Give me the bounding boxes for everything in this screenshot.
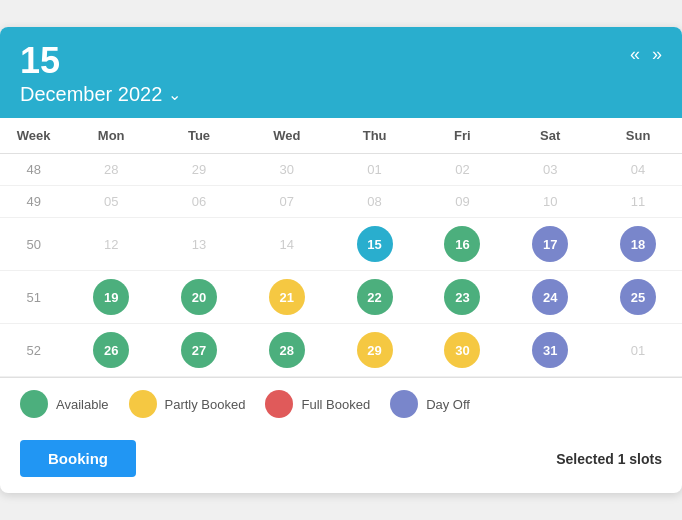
col-mon: Mon [67,118,155,154]
day-circle-green[interactable]: 28 [269,332,305,368]
calendar-day-cell: 01 [331,154,419,186]
col-week: Week [0,118,67,154]
calendar-day-cell[interactable]: 28 [243,324,331,377]
calendar-day-cell[interactable]: 30 [419,324,507,377]
col-sun: Sun [594,118,682,154]
calendar-day-cell[interactable]: 16 [419,218,507,271]
day-circle-green[interactable]: 20 [181,279,217,315]
legend-day-off: Day Off [390,390,470,418]
col-tue: Tue [155,118,243,154]
calendar-day-cell[interactable]: 24 [506,271,594,324]
calendar-day-cell[interactable]: 21 [243,271,331,324]
calendar-day-cell: 13 [155,218,243,271]
calendar-day-cell: 06 [155,186,243,218]
booking-button[interactable]: Booking [20,440,136,477]
calendar-day-cell: 14 [243,218,331,271]
calendar-day-cell: 04 [594,154,682,186]
footer-actions: Booking Selected 1 slots [0,430,682,493]
calendar-day-cell: 05 [67,186,155,218]
legend-dot-available [20,390,48,418]
calendar-header-row: Week Mon Tue Wed Thu Fri Sat Sun [0,118,682,154]
day-circle-purple[interactable]: 18 [620,226,656,262]
legend-dot-partly-booked [129,390,157,418]
day-circle-purple[interactable]: 24 [532,279,568,315]
calendar-day-cell: 01 [594,324,682,377]
calendar-day-cell: 11 [594,186,682,218]
day-circle-green[interactable]: 19 [93,279,129,315]
calendar-day-cell: 07 [243,186,331,218]
day-circle-yellow[interactable]: 29 [357,332,393,368]
legend-dot-full-booked [265,390,293,418]
calendar-header: 15 December 2022 ⌄ « » [0,27,682,118]
calendar-day-cell[interactable]: 25 [594,271,682,324]
calendar-day-cell: 28 [67,154,155,186]
day-circle-green[interactable]: 22 [357,279,393,315]
day-circle-purple[interactable]: 25 [620,279,656,315]
chevron-down-icon[interactable]: ⌄ [168,85,181,104]
table-row: 4828293001020304 [0,154,682,186]
calendar-day-cell[interactable]: 17 [506,218,594,271]
calendar-day-cell: 03 [506,154,594,186]
week-number: 51 [0,271,67,324]
legend-label-day-off: Day Off [426,397,470,412]
calendar-day-cell: 30 [243,154,331,186]
calendar-day-cell[interactable]: 31 [506,324,594,377]
day-circle-green[interactable]: 27 [181,332,217,368]
legend-label-available: Available [56,397,109,412]
calendar-day-cell: 08 [331,186,419,218]
legend-partly-booked: Partly Booked [129,390,246,418]
calendar-day-cell[interactable]: 29 [331,324,419,377]
calendar-day-cell[interactable]: 23 [419,271,507,324]
week-number: 50 [0,218,67,271]
day-circle-green[interactable]: 16 [444,226,480,262]
calendar-day-cell[interactable]: 15 [331,218,419,271]
legend-label-full-booked: Full Booked [301,397,370,412]
table-row: 4905060708091011 [0,186,682,218]
col-wed: Wed [243,118,331,154]
week-number: 48 [0,154,67,186]
legend-full-booked: Full Booked [265,390,370,418]
prev-month-button[interactable]: « [630,45,640,63]
table-row: 5012131415161718 [0,218,682,271]
selected-slots-text: Selected 1 slots [556,451,662,467]
day-circle-yellow[interactable]: 21 [269,279,305,315]
day-circle-green[interactable]: 26 [93,332,129,368]
calendar-day-cell: 02 [419,154,507,186]
header-navigation: « » [630,45,662,63]
next-month-button[interactable]: » [652,45,662,63]
table-row: 5226272829303101 [0,324,682,377]
col-thu: Thu [331,118,419,154]
header-month: December 2022 [20,83,162,106]
week-number: 49 [0,186,67,218]
calendar-day-cell: 29 [155,154,243,186]
legend-label-partly-booked: Partly Booked [165,397,246,412]
calendar-grid: Week Mon Tue Wed Thu Fri Sat Sun 4828293… [0,118,682,377]
week-number: 52 [0,324,67,377]
day-circle-yellow[interactable]: 30 [444,332,480,368]
calendar-day-cell[interactable]: 20 [155,271,243,324]
calendar-day-cell[interactable]: 18 [594,218,682,271]
calendar-day-cell[interactable]: 26 [67,324,155,377]
legend-dot-day-off [390,390,418,418]
header-month-row: December 2022 ⌄ [20,83,662,106]
calendar-day-cell: 12 [67,218,155,271]
calendar-day-cell: 09 [419,186,507,218]
header-day: 15 [20,43,662,79]
col-sat: Sat [506,118,594,154]
day-circle-blue-teal[interactable]: 15 [357,226,393,262]
calendar-day-cell[interactable]: 19 [67,271,155,324]
day-circle-purple[interactable]: 31 [532,332,568,368]
day-circle-green[interactable]: 23 [444,279,480,315]
calendar-container: 15 December 2022 ⌄ « » Week Mon Tue Wed … [0,27,682,493]
day-circle-purple[interactable]: 17 [532,226,568,262]
calendar-day-cell[interactable]: 27 [155,324,243,377]
table-row: 5119202122232425 [0,271,682,324]
legend: Available Partly Booked Full Booked Day … [0,377,682,430]
calendar-day-cell: 10 [506,186,594,218]
col-fri: Fri [419,118,507,154]
legend-available: Available [20,390,109,418]
calendar-day-cell[interactable]: 22 [331,271,419,324]
